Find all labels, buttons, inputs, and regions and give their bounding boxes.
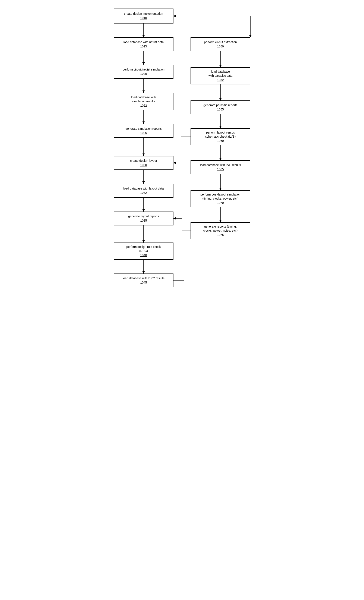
svg-marker-36 [173,15,176,17]
box-1052: load databasewith parasitic data 1052 [191,67,250,84]
box-1032: load database with layout data 1032 [114,184,173,198]
box-1060: perform layout versusschematic check (LV… [191,128,250,145]
svg-marker-27 [219,188,222,190]
svg-marker-1 [142,35,145,38]
svg-marker-3 [142,62,145,65]
arrows-svg [107,4,257,581]
box-1050: perform circuit extraction 1050 [191,38,250,51]
box-1055: generate parasitic reports 1055 [191,100,250,114]
svg-marker-44 [173,217,176,219]
box-1075: generate reports (timing,clocks, power, … [191,222,250,239]
box-1015: load database with netlist data 1015 [114,38,173,51]
svg-marker-15 [142,240,145,243]
box-1010: create design implementation 1010 [114,9,173,24]
svg-marker-32 [249,35,252,38]
box-1025: generate simulation reports 1025 [114,124,173,138]
box-1040: perform design rule check(DRC) 1040 [114,243,173,260]
box-1035: generate layout reports 1035 [114,212,173,225]
box-1065: load database with LVS results 1065 [191,160,250,174]
svg-marker-23 [219,126,222,128]
svg-marker-13 [142,209,145,212]
svg-marker-21 [219,98,222,100]
svg-marker-17 [142,271,145,273]
svg-marker-5 [142,91,145,93]
box-1022: load database withsimulation results 102… [114,93,173,110]
svg-marker-9 [142,154,145,156]
box-1030: create design layout 1030 [114,156,173,170]
svg-marker-11 [142,181,145,184]
svg-marker-19 [219,65,222,67]
box-1045: load database with DRC results 1045 [114,273,173,287]
flowchart: create design implementation 1010 load d… [107,4,257,581]
svg-marker-25 [219,158,222,160]
svg-marker-7 [142,122,145,124]
box-1020: perform circuit/netlist simulation 1020 [114,65,173,79]
svg-marker-40 [173,162,176,164]
svg-marker-29 [219,220,222,222]
box-1070: perform post-layout simulation(timing, c… [191,190,250,207]
